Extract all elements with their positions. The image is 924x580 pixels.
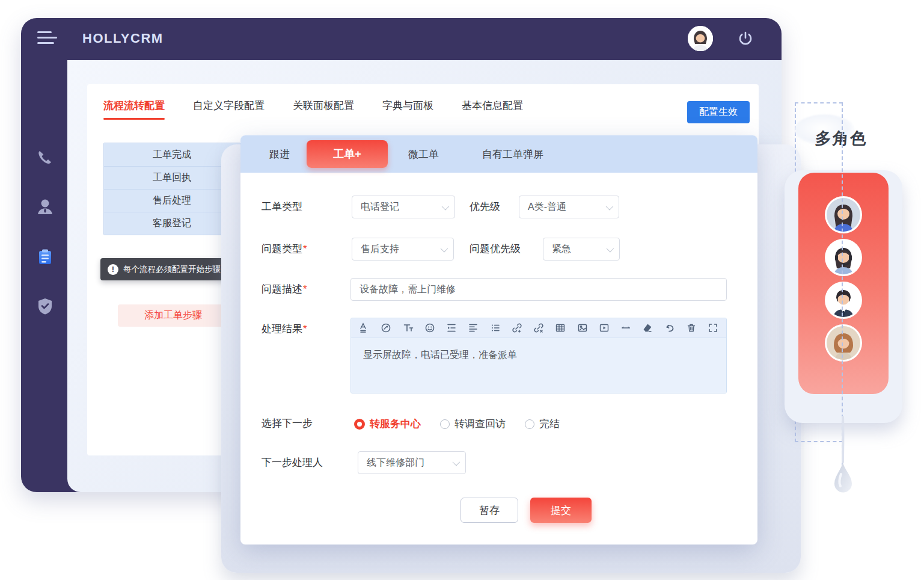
app-title: HOLLYCRM	[82, 31, 164, 46]
radio-selected-icon[interactable]	[354, 419, 365, 430]
flow-step-item[interactable]: 工单完成	[104, 143, 240, 166]
tab-custom-fields[interactable]: 自定义字段配置	[193, 99, 265, 120]
next-step-radio-group: 转服务中心 转调查回访 完结	[354, 417, 560, 431]
config-tab-bar: 流程流转配置 自定义字段配置 关联面板配置 字典与面板 基本信息配置	[103, 99, 523, 120]
radio-label-survey-callback[interactable]: 转调查回访	[454, 417, 506, 431]
problem-desc-label: 问题描述*	[262, 278, 307, 301]
work-order-modal: 跟进 工单+ 微工单 自有工单弹屏 工单类型 电话登记 优先级 A类-普通 问题…	[240, 135, 757, 545]
result-editor[interactable]: 显示屏故障，电话已受理，准备派单	[350, 318, 727, 393]
problem-type-select[interactable]: 售后支持	[352, 238, 454, 261]
flow-step-item[interactable]: 售后处理	[104, 189, 240, 212]
radio-label-finish[interactable]: 完结	[539, 417, 560, 431]
multi-role-panel: 多角色	[776, 90, 920, 548]
image-icon[interactable]	[577, 322, 588, 333]
next-step-label: 选择下一步	[262, 412, 313, 435]
agent-female-bob	[825, 324, 862, 362]
result-label: 处理结果*	[262, 318, 307, 341]
tab-dictionary-panel[interactable]: 字典与面板	[382, 99, 433, 120]
exclamation-icon: !	[108, 264, 118, 275]
fullscreen-icon[interactable]	[708, 322, 718, 333]
flow-step-list: 工单完成 工单回执 售后处理 客服登记	[103, 143, 240, 235]
add-step-button[interactable]: 添加工单步骤	[118, 304, 228, 327]
drop-shape	[828, 414, 858, 522]
submit-button[interactable]: 提交	[530, 498, 592, 523]
video-icon[interactable]	[599, 322, 610, 333]
chevron-down-icon	[607, 245, 614, 253]
agent-female-longhair	[825, 196, 862, 233]
chevron-down-icon	[442, 203, 450, 211]
agent-male-suit	[825, 282, 862, 319]
page: HOLLYCRM	[0, 0, 924, 580]
next-handler-label: 下一步处理人	[262, 451, 323, 474]
priority-select[interactable]: A类-普通	[519, 196, 619, 218]
tab-work-order-active[interactable]: 工单+	[307, 140, 388, 168]
tab-follow-up[interactable]: 跟进	[269, 147, 290, 161]
workorder-clipboard-icon[interactable]	[35, 247, 55, 267]
tab-flow-config[interactable]: 流程流转配置	[103, 99, 165, 120]
link-add-icon[interactable]	[512, 322, 522, 333]
chevron-down-icon	[441, 245, 448, 253]
align-icon[interactable]	[468, 322, 479, 333]
hamburger-menu-icon[interactable]	[37, 31, 58, 47]
flow-step-item[interactable]: 工单回执	[104, 166, 240, 189]
work-order-type-select[interactable]: 电话登记	[352, 196, 455, 218]
link-remove-icon[interactable]	[533, 322, 544, 333]
tab-basic-info[interactable]: 基本信息配置	[462, 99, 523, 120]
next-handler-select[interactable]: 线下维修部门	[358, 451, 466, 474]
security-shield-icon[interactable]	[35, 297, 55, 316]
save-draft-button[interactable]: 暂存	[460, 498, 518, 523]
indent-icon[interactable]	[446, 322, 457, 333]
eraser-icon[interactable]	[642, 322, 653, 333]
emoji-icon[interactable]	[424, 322, 435, 333]
power-icon[interactable]	[736, 30, 754, 48]
tooltip-text: 每个流程必须配置开始步骤	[123, 264, 221, 275]
radio-label-service-center[interactable]: 转服务中心	[370, 417, 421, 431]
priority-label: 优先级	[470, 196, 500, 218]
tab-micro-work-order[interactable]: 微工单	[408, 147, 439, 161]
font-style-icon[interactable]	[359, 322, 370, 333]
divider-icon[interactable]	[620, 322, 631, 333]
list-icon[interactable]	[490, 322, 501, 333]
flow-step-item[interactable]: 客服登记	[104, 212, 240, 235]
radio-unselected-icon[interactable]	[525, 419, 534, 429]
apply-config-button[interactable]: 配置生效	[687, 101, 750, 123]
tab-linked-panel[interactable]: 关联面板配置	[293, 99, 354, 120]
tab-own-popup[interactable]: 自有工单弹屏	[482, 147, 543, 161]
chevron-down-icon	[606, 203, 614, 211]
modal-tab-bar: 跟进 工单+ 微工单 自有工单弹屏	[240, 135, 757, 173]
problem-priority-select[interactable]: 紧急	[543, 238, 620, 261]
contacts-icon[interactable]	[35, 197, 55, 217]
problem-priority-label: 问题优先级	[470, 238, 521, 261]
problem-desc-input[interactable]: 设备故障，需上门维修	[350, 278, 727, 301]
font-size-icon[interactable]	[403, 322, 414, 333]
user-avatar[interactable]	[688, 26, 713, 51]
phone-icon[interactable]	[35, 148, 55, 167]
palette-icon[interactable]	[381, 322, 391, 333]
table-icon[interactable]	[555, 322, 566, 333]
radio-unselected-icon[interactable]	[440, 419, 450, 429]
chevron-down-icon	[453, 458, 460, 466]
result-editor-body[interactable]: 显示屏故障，电话已受理，准备派单	[351, 338, 726, 393]
trash-icon[interactable]	[686, 322, 697, 333]
app-header: HOLLYCRM	[21, 18, 782, 60]
editor-toolbar	[351, 318, 726, 338]
undo-icon[interactable]	[664, 322, 675, 333]
agent-female-headset	[825, 239, 862, 276]
problem-type-label: 问题类型*	[262, 238, 307, 261]
work-order-type-label: 工单类型	[262, 196, 302, 218]
flow-tooltip: ! 每个流程必须配置开始步骤	[100, 258, 228, 280]
